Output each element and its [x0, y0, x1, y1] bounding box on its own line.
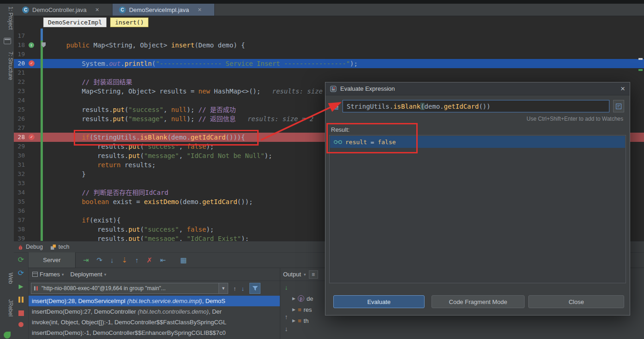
- code-token: put: [113, 106, 124, 113]
- frames-panel-header: Frames ▾ Deployment ▾: [29, 268, 280, 281]
- tab-debug[interactable]: Debug: [18, 244, 43, 250]
- pause-icon[interactable]: [18, 296, 24, 304]
- scroll-to-end-icon[interactable]: ↓: [285, 284, 288, 291]
- close-tab-icon[interactable]: ×: [95, 6, 99, 13]
- stop-icon[interactable]: [18, 310, 24, 316]
- code-token: (StringUtils.: [89, 134, 140, 141]
- resume-icon[interactable]: ▶: [19, 283, 24, 290]
- line-number: 19: [14, 50, 25, 59]
- debug-left-toolbar: ⟳ ⟳ ▶: [14, 252, 29, 339]
- code-token: null: [171, 115, 187, 123]
- frame-up-icon[interactable]: ↑: [233, 285, 236, 292]
- code-token: ,: [179, 235, 187, 241]
- tab-deployment[interactable]: Deployment ▾: [71, 271, 106, 278]
- result-name: result: [345, 139, 367, 146]
- error-stripe-mark[interactable]: [638, 69, 643, 71]
- step-out-icon[interactable]: ↑: [135, 257, 139, 263]
- breadcrumb-bar: DemoServ­iceImpl insert(): [14, 16, 644, 29]
- next-occurrence-icon[interactable]: ↓: [285, 325, 288, 333]
- breadcrumb-class[interactable]: DemoServ­iceImpl: [43, 18, 106, 27]
- expression-token: demo.: [425, 103, 444, 110]
- expression-input[interactable]: StringUtils.isBlank(demo.getIdCard()): [343, 100, 609, 112]
- close-button[interactable]: Close: [528, 295, 624, 308]
- breakpoint-icon[interactable]: ✓: [29, 134, 35, 140]
- expand-arrow-icon[interactable]: ▶: [292, 296, 295, 301]
- toolwindow-button-web[interactable]: Web: [0, 273, 14, 284]
- rerun-icon[interactable]: ⟳: [18, 256, 24, 263]
- tab-frames[interactable]: Frames ▾: [32, 271, 64, 278]
- line-number: 38: [14, 225, 25, 234]
- code-text: }: [51, 170, 86, 179]
- line-number: 36: [14, 206, 25, 216]
- stack-frame[interactable]: insertDemo(Demo):-1, DemoController$$Enh…: [29, 327, 280, 338]
- step-into-icon[interactable]: ↓: [110, 257, 114, 263]
- drop-frame-icon[interactable]: ✗: [147, 257, 153, 263]
- code-token: (: [124, 115, 128, 123]
- editor-tab[interactable]: CDemoController.java×: [16, 4, 112, 16]
- editor-tab[interactable]: CDemoServiceImpl.java×: [112, 4, 215, 16]
- thread-dropdown[interactable]: "http-nio-8080-exec-40"@19,664 in group …: [31, 283, 228, 294]
- code-token: getIdCard: [190, 134, 225, 141]
- stack-frame[interactable]: insert(Demo):28, DemoServiceImpl (hbi.te…: [29, 296, 280, 306]
- code-token: [51, 41, 66, 49]
- implementing-method-icon[interactable]: ↑: [29, 42, 34, 48]
- update-application-icon[interactable]: ⟳: [18, 269, 24, 277]
- code-line-19: 19: [14, 50, 644, 59]
- show-execution-point-icon[interactable]: ⇥: [83, 257, 89, 263]
- layout-settings-icon[interactable]: ≡: [309, 270, 318, 279]
- error-stripe-mark[interactable]: [638, 58, 643, 60]
- code-token: if: [82, 216, 89, 224]
- tab-label: DemoServiceImpl.java: [129, 6, 189, 13]
- code-token: new: [198, 88, 210, 95]
- expand-arrow-icon[interactable]: ▶: [292, 318, 295, 323]
- variable-row[interactable]: ▶≡th: [292, 315, 349, 326]
- close-icon[interactable]: ×: [620, 84, 625, 94]
- code-token: Map<String, Object>: [89, 41, 171, 49]
- dialog-title-bar[interactable]: Evaluate Expression ×: [325, 82, 630, 95]
- code-text: System.out.println("---------------- Ser…: [51, 59, 358, 68]
- vcs-change-marker: [41, 170, 43, 179]
- evaluate-expression-icon[interactable]: ▦: [180, 257, 187, 263]
- step-over-icon[interactable]: ↷: [97, 257, 103, 263]
- frames-icon: [32, 272, 38, 277]
- dropdown-arrow-icon[interactable]: ▼: [219, 283, 228, 293]
- frame-down-icon[interactable]: ↓: [242, 285, 245, 292]
- expand-arrow-icon[interactable]: ▶: [292, 307, 295, 312]
- stack-frame[interactable]: insertDemo(Demo):27, DemoController (hbi…: [29, 306, 280, 317]
- tab-output[interactable]: Output: [283, 271, 301, 278]
- breadcrumb-method[interactable]: insert(): [110, 18, 148, 27]
- toolwindow-button-project[interactable]: 1: Project: [0, 6, 14, 30]
- editor-tab-bar: CDemoController.java×CDemoServiceImpl.ja…: [14, 4, 644, 16]
- code-token: ());: [237, 198, 253, 205]
- toolwindow-button-structure[interactable]: 7: Structure: [0, 52, 14, 80]
- code-token: public: [66, 41, 90, 49]
- frame-text: insert(Demo):28, DemoServiceImpl: [32, 298, 127, 304]
- filter-frames-icon[interactable]: [249, 283, 260, 294]
- force-step-into-icon[interactable]: ⇣: [122, 257, 128, 263]
- close-tab-icon[interactable]: ×: [198, 6, 201, 13]
- run-to-cursor-icon[interactable]: ⇤: [160, 257, 166, 263]
- prev-occurrence-icon[interactable]: ↑: [285, 313, 288, 321]
- code-token: getIdCard: [202, 198, 237, 205]
- code-token: );: [187, 106, 198, 113]
- code-token: ())){: [225, 134, 245, 141]
- result-row[interactable]: result = false: [330, 136, 625, 148]
- breakpoint-icon[interactable]: ✓: [29, 60, 35, 66]
- vcs-change-marker: [41, 216, 43, 225]
- tab-server[interactable]: Server: [29, 252, 76, 268]
- toolwindow-button-jrebel[interactable]: JRebel: [0, 299, 14, 316]
- code-token: false: [187, 226, 206, 233]
- code-token: results.: [51, 115, 113, 123]
- code-fragment-mode-button[interactable]: Code Fragment Mode: [431, 295, 525, 308]
- evaluate-button[interactable]: Evaluate: [333, 295, 425, 308]
- view-breakpoints-icon[interactable]: [18, 322, 24, 327]
- tool-window-icon[interactable]: [4, 38, 11, 44]
- expand-to-multiline-icon[interactable]: [613, 100, 624, 112]
- expression-token: getIdCard: [444, 103, 479, 110]
- expression-token: isBlank: [393, 103, 420, 110]
- stack-frame[interactable]: invoke(int, Object, Object[]):-1, DemoCo…: [29, 317, 280, 327]
- tab-run-config-tech[interactable]: tech: [50, 244, 70, 250]
- chevron-down-icon: ▾: [304, 272, 306, 277]
- evaluate-expression-dialog: Evaluate Expression × StringUtils.isBlan…: [325, 82, 630, 316]
- code-token: put: [129, 143, 140, 150]
